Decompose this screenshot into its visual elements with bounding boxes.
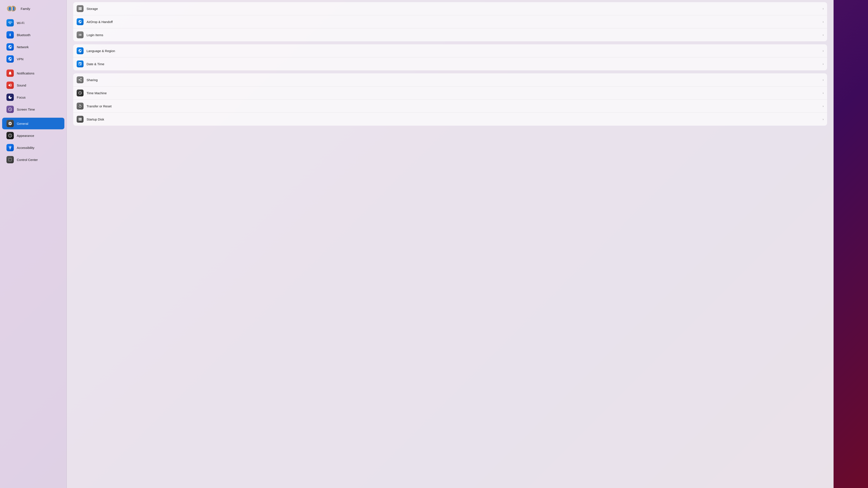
sidebar-item-notifications[interactable]: Notifications [2,67,64,79]
storage-label: Storage [87,7,819,10]
focus-icon [6,94,14,101]
controlcenter-icon [6,156,14,163]
content-row-storage[interactable]: Storage › [73,2,827,15]
transfer-label: Transfer or Reset [87,104,819,108]
screentime-label: Screen Time [17,107,35,111]
datetime-chevron: › [823,62,824,66]
sidebar-item-focus[interactable]: Focus [2,92,64,103]
loginitems-chevron: › [823,33,824,37]
transfer-chevron: › [823,104,824,108]
language-chevron: › [823,49,824,53]
avatar-1: 👤 [6,5,13,12]
main-content: Storage › AirDrop & Handoff › [67,0,834,488]
datetime-label: Date & Time [87,62,819,66]
storage-icon [76,5,84,12]
notifications-label: Notifications [17,71,34,75]
sidebar-item-bluetooth[interactable]: Bluetooth [2,29,64,41]
timemachine-label: Time Machine [87,91,819,95]
wifi-icon [6,19,14,27]
sidebar-item-controlcenter[interactable]: Control Center [2,154,64,165]
loginitems-label: Login Items [87,33,819,37]
sidebar-item-network[interactable]: Network [2,41,64,53]
sidebar-item-accessibility[interactable]: Accessibility [2,142,64,154]
sharing-chevron: › [823,78,824,82]
accessibility-icon [6,144,14,151]
airdrop-label: AirDrop & Handoff [87,20,819,24]
airdrop-icon [76,18,84,25]
network-label: Network [17,45,29,49]
sidebar: 👤 👤 Family Wi-Fi [0,0,67,488]
content-row-timemachine[interactable]: Time Machine › [73,87,827,100]
sidebar-item-family[interactable]: 👤 👤 Family [2,3,64,14]
content-row-airdrop[interactable]: AirDrop & Handoff › [73,15,827,28]
sharing-label: Sharing [87,78,819,82]
timemachine-icon [76,90,84,96]
startup-chevron: › [823,118,824,121]
network-icon [6,43,14,51]
language-label: Language & Region [87,49,819,53]
general-icon [6,120,14,127]
vpn-icon [6,55,14,63]
content-row-loginitems[interactable]: Login Items › [73,28,827,41]
startup-label: Startup Disk [87,118,819,121]
content-row-datetime[interactable]: Date & Time › [73,58,827,70]
bluetooth-label: Bluetooth [17,33,30,37]
sidebar-item-wifi[interactable]: Wi-Fi [2,17,64,29]
appearance-label: Appearance [17,134,34,137]
right-decorative-area [834,0,868,488]
datetime-icon [76,61,84,67]
general-label: General [17,122,28,125]
sidebar-item-vpn[interactable]: VPN [2,53,64,65]
sound-label: Sound [17,84,26,87]
family-label: Family [21,7,30,10]
vpn-label: VPN [17,57,24,61]
content-row-language[interactable]: Language & Region › [73,44,827,58]
focus-label: Focus [17,96,26,99]
startup-icon [76,116,84,123]
controlcenter-label: Control Center [17,158,38,162]
sharing-icon [76,76,84,83]
wifi-label: Wi-Fi [17,21,24,25]
content-group-3: Sharing › Time Machine › [73,73,827,126]
language-icon [76,47,84,54]
transfer-icon [76,103,84,109]
timemachine-chevron: › [823,91,824,95]
content-row-transfer[interactable]: Transfer or Reset › [73,100,827,113]
screentime-icon [6,106,14,113]
sidebar-item-sound[interactable]: Sound [2,79,64,91]
sidebar-item-general[interactable]: General [2,118,64,129]
content-list: Storage › AirDrop & Handoff › [67,0,834,133]
content-row-startup[interactable]: Startup Disk › [73,113,827,126]
family-avatar: 👤 👤 [6,5,18,12]
loginitems-icon [76,31,84,38]
content-group-1: Storage › AirDrop & Handoff › [73,2,827,41]
sidebar-scroll: 👤 👤 Family Wi-Fi [0,0,66,170]
airdrop-chevron: › [823,20,824,24]
system-preferences-window: 👤 👤 Family Wi-Fi [0,0,868,488]
storage-chevron: › [823,7,824,10]
sidebar-item-appearance[interactable]: Appearance [2,130,64,141]
accessibility-label: Accessibility [17,146,34,150]
sound-icon [6,82,14,89]
notifications-icon [6,69,14,77]
content-row-sharing[interactable]: Sharing › [73,73,827,87]
appearance-icon [6,132,14,139]
sidebar-item-screentime[interactable]: Screen Time [2,103,64,115]
content-group-2: Language & Region › Date & Time › [73,44,827,70]
bluetooth-icon [6,31,14,38]
